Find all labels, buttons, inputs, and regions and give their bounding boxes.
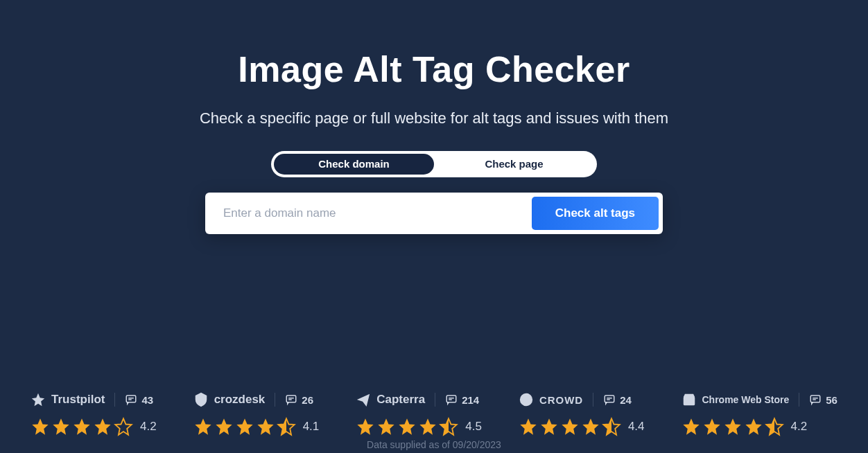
rating-chrome-web-store: Chrome Web Store 56 4.2 bbox=[682, 392, 837, 436]
svg-marker-12 bbox=[216, 418, 232, 434]
svg-point-38 bbox=[687, 399, 691, 403]
review-count: 56 bbox=[809, 393, 837, 406]
svg-marker-13 bbox=[236, 418, 252, 434]
rating-trustpilot: Trustpilot 43 4.2 bbox=[31, 392, 157, 436]
svg-marker-22 bbox=[399, 418, 415, 434]
stars: 4.5 bbox=[356, 417, 482, 436]
svg-rect-39 bbox=[811, 396, 821, 402]
ratings-section: Trustpilot 43 4.2 crozdesk 26 4.1 Capter… bbox=[0, 392, 868, 436]
svg-marker-44 bbox=[724, 418, 740, 434]
mode-toggle: Check domain Check page bbox=[271, 151, 597, 177]
svg-marker-6 bbox=[94, 418, 110, 434]
svg-rect-8 bbox=[287, 396, 297, 402]
score-value: 4.2 bbox=[140, 420, 157, 434]
stars: 4.1 bbox=[193, 417, 320, 436]
stars: 4.4 bbox=[519, 417, 645, 436]
score-value: 4.2 bbox=[791, 420, 808, 434]
stars: 4.2 bbox=[682, 417, 808, 436]
check-alt-tags-button[interactable]: Check alt tags bbox=[532, 197, 659, 230]
capterra-icon bbox=[356, 392, 371, 407]
toggle-check-page[interactable]: Check page bbox=[434, 154, 594, 175]
rating-g2crowd: G² CROWD 24 4.4 bbox=[519, 392, 645, 436]
data-supplied-note: Data supplied as of 09/20/2023 bbox=[0, 439, 868, 450]
page-title: Image Alt Tag Checker bbox=[0, 48, 868, 90]
brand-name: Trustpilot bbox=[51, 393, 105, 407]
svg-marker-43 bbox=[704, 418, 720, 434]
comment-icon bbox=[603, 393, 616, 406]
score-value: 4.1 bbox=[303, 420, 320, 434]
svg-marker-20 bbox=[358, 418, 374, 434]
svg-marker-33 bbox=[562, 418, 578, 434]
svg-rect-0 bbox=[127, 396, 137, 402]
brand-name: Capterra bbox=[376, 393, 425, 407]
svg-marker-7 bbox=[115, 418, 131, 434]
score-value: 4.5 bbox=[465, 420, 482, 434]
svg-text:G²: G² bbox=[523, 397, 530, 403]
domain-input[interactable] bbox=[209, 197, 532, 230]
search-row: Check alt tags bbox=[205, 193, 663, 234]
review-count: 24 bbox=[603, 393, 632, 406]
comment-icon bbox=[285, 393, 297, 406]
score-value: 4.4 bbox=[628, 420, 645, 434]
svg-marker-5 bbox=[73, 418, 89, 434]
brand-name: crozdesk bbox=[214, 393, 266, 407]
brand-name: Chrome Web Store bbox=[702, 394, 790, 405]
review-count: 214 bbox=[445, 393, 479, 406]
svg-marker-32 bbox=[541, 418, 557, 434]
page-subtitle: Check a specific page or full website fo… bbox=[0, 109, 868, 127]
brand-name: CROWD bbox=[539, 394, 583, 406]
svg-marker-4 bbox=[53, 418, 69, 434]
crozdesk-icon bbox=[193, 392, 209, 407]
svg-marker-14 bbox=[257, 418, 273, 434]
svg-rect-28 bbox=[605, 396, 614, 402]
svg-marker-42 bbox=[683, 418, 699, 434]
toggle-check-domain[interactable]: Check domain bbox=[274, 154, 434, 175]
svg-marker-34 bbox=[582, 418, 598, 434]
comment-icon bbox=[445, 393, 458, 406]
svg-marker-31 bbox=[520, 418, 536, 434]
chrome-web-store-icon bbox=[682, 392, 697, 407]
review-count: 43 bbox=[125, 393, 153, 406]
g2crowd-icon: G² bbox=[519, 392, 534, 407]
svg-marker-11 bbox=[195, 418, 211, 434]
rating-capterra: Capterra 214 4.5 bbox=[356, 392, 482, 436]
trustpilot-icon bbox=[31, 392, 46, 407]
svg-marker-23 bbox=[420, 418, 436, 434]
comment-icon bbox=[125, 393, 137, 406]
svg-marker-21 bbox=[379, 418, 394, 434]
rating-crozdesk: crozdesk 26 4.1 bbox=[193, 392, 320, 436]
svg-marker-3 bbox=[32, 418, 48, 434]
svg-rect-17 bbox=[446, 396, 456, 402]
stars: 4.2 bbox=[31, 417, 157, 436]
review-count: 26 bbox=[285, 393, 313, 406]
comment-icon bbox=[809, 393, 822, 406]
svg-marker-45 bbox=[745, 418, 761, 434]
